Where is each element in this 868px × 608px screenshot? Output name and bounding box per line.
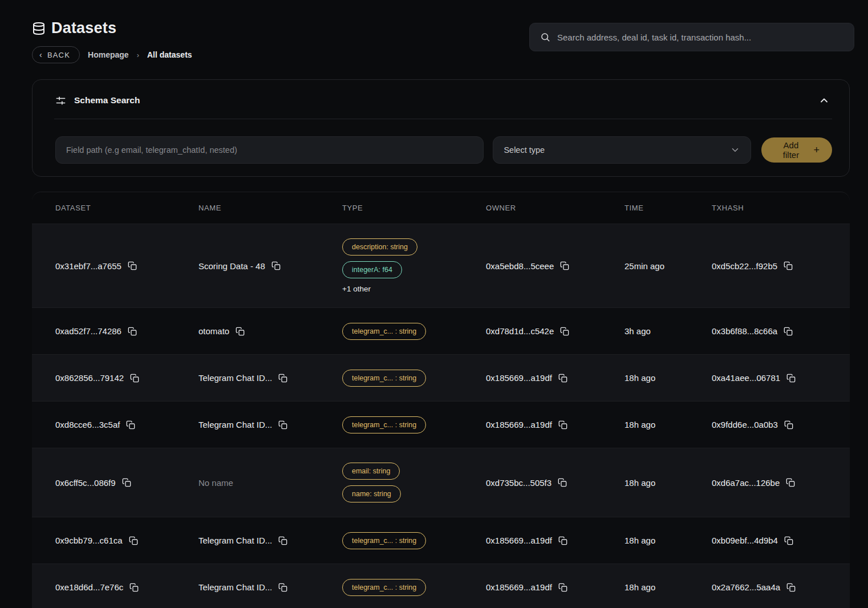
global-search-bar[interactable] (529, 23, 854, 51)
copy-dataset-button[interactable] (128, 582, 140, 593)
copy-owner-button[interactable] (557, 372, 569, 384)
type-badge: telegram_c... : string (342, 416, 426, 433)
copy-icon (126, 420, 135, 429)
column-header-type: TYPE (342, 204, 486, 212)
copy-icon (271, 261, 281, 270)
time-ago: 18h ago (624, 582, 655, 592)
chevron-left-icon: ‹ (39, 50, 43, 59)
copy-dataset-button[interactable] (128, 535, 139, 546)
owner-id: 0x185669...a19df (486, 373, 552, 383)
dataset-id: 0xad52f7...74286 (55, 326, 121, 336)
table-row[interactable]: 0x862856...79142 Telegram Chat ID... tel… (32, 354, 850, 401)
dataset-id: 0x6cff5c...086f9 (55, 478, 116, 488)
copy-icon (129, 536, 138, 545)
type-badge: name: string (342, 485, 401, 502)
breadcrumb-current: All datasets (147, 50, 192, 59)
chevron-up-icon (818, 95, 830, 106)
copy-owner-button[interactable] (559, 326, 570, 337)
top-bar: Datasets ‹ BACK Homepage › All datasets (0, 0, 868, 63)
add-filter-button[interactable]: Add filter + (761, 137, 832, 163)
copy-name-button[interactable] (277, 582, 289, 593)
txhash-id: 0xa41aee...06781 (712, 373, 780, 383)
table-header-row: DATASET NAME TYPE OWNER TIME TXHASH (32, 192, 850, 224)
type-badge: email: string (342, 463, 400, 480)
schema-search-title: Schema Search (74, 95, 140, 106)
dataset-id: 0x862856...79142 (55, 373, 124, 383)
copy-owner-button[interactable] (559, 260, 570, 271)
txhash-id: 0xb09ebf...4d9b4 (712, 536, 778, 545)
type-badge: telegram_c... : string (342, 579, 426, 596)
table-row[interactable]: 0x31ebf7...a7655 Scoring Data - 48 descr… (32, 224, 850, 307)
copy-owner-button[interactable] (557, 582, 569, 593)
breadcrumb-homepage[interactable]: Homepage (88, 50, 129, 59)
copy-txhash-button[interactable] (783, 535, 794, 546)
table-row[interactable]: 0xd8cce6...3c5af Telegram Chat ID... tel… (32, 401, 850, 448)
copy-icon (784, 536, 793, 545)
copy-dataset-button[interactable] (127, 326, 138, 337)
column-header-time: TIME (624, 204, 712, 212)
copy-name-button[interactable] (277, 419, 289, 431)
collapse-panel-button[interactable] (816, 92, 832, 108)
copy-icon (560, 327, 569, 336)
table-row[interactable]: 0x9cbb79...c61ca Telegram Chat ID... tel… (32, 517, 850, 564)
txhash-id: 0x2a7662...5aa4a (712, 582, 780, 592)
field-path-input[interactable] (55, 136, 484, 164)
type-badges: telegram_c... : string (342, 518, 426, 564)
database-icon (32, 22, 46, 35)
copy-owner-button[interactable] (557, 419, 569, 431)
more-types-label: +1 other (342, 285, 371, 293)
type-badges: telegram_c... : string (342, 402, 426, 448)
back-button[interactable]: ‹ BACK (32, 46, 80, 63)
copy-txhash-button[interactable] (782, 260, 794, 271)
schema-search-panel: Schema Search Select type Add filter + (32, 79, 850, 177)
copy-txhash-button[interactable] (785, 582, 797, 593)
copy-txhash-button[interactable] (785, 477, 796, 488)
dataset-id: 0xe18d6d...7e76c (55, 582, 123, 592)
copy-name-button[interactable] (270, 260, 282, 271)
copy-icon (560, 261, 569, 270)
dataset-id: 0xd8cce6...3c5af (55, 420, 120, 429)
time-ago: 18h ago (624, 478, 655, 488)
copy-txhash-button[interactable] (783, 419, 794, 431)
column-header-dataset: DATASET (55, 204, 198, 212)
global-search-input[interactable] (557, 33, 843, 42)
copy-txhash-button[interactable] (785, 372, 797, 384)
txhash-id: 0x3b6f88...8c66a (712, 326, 777, 336)
column-header-owner: OWNER (486, 204, 624, 212)
copy-icon (784, 261, 793, 270)
type-select[interactable]: Select type (493, 136, 751, 164)
copy-owner-button[interactable] (557, 535, 569, 546)
add-filter-label: Add filter (774, 140, 808, 160)
copy-dataset-button[interactable] (129, 372, 140, 384)
copy-name-button[interactable] (277, 535, 289, 546)
txhash-id: 0xd6a7ac...126be (712, 478, 780, 488)
copy-dataset-button[interactable] (121, 477, 132, 488)
time-ago: 3h ago (624, 326, 651, 336)
type-badge: telegram_c... : string (342, 532, 426, 549)
copy-icon (558, 583, 567, 592)
owner-id: 0xd78d1d...c542e (486, 326, 554, 336)
type-badges: email: stringname: string (342, 448, 401, 517)
table-row[interactable]: 0xad52f7...74286 otomato telegram_c... :… (32, 307, 850, 354)
copy-owner-button[interactable] (557, 477, 568, 488)
dataset-id: 0x31ebf7...a7655 (55, 261, 121, 271)
dataset-name: Telegram Chat ID... (198, 373, 272, 383)
table-row[interactable]: 0xe18d6d...7e76c Telegram Chat ID... tel… (32, 564, 850, 608)
type-badge: integerA: f64 (342, 261, 402, 278)
copy-icon (128, 261, 137, 270)
table-row[interactable]: 0x6cff5c...086f9 No name email: stringna… (32, 448, 850, 517)
copy-txhash-button[interactable] (782, 326, 794, 337)
copy-name-button[interactable] (277, 372, 289, 384)
copy-icon (128, 327, 137, 336)
copy-dataset-button[interactable] (125, 419, 136, 431)
copy-name-button[interactable] (234, 326, 246, 337)
copy-dataset-button[interactable] (127, 260, 138, 271)
owner-id: 0xa5ebd8...5ceee (486, 261, 554, 271)
copy-icon (558, 478, 567, 487)
search-icon (540, 32, 550, 42)
dataset-name: otomato (198, 326, 229, 336)
datasets-table: DATASET NAME TYPE OWNER TIME TXHASH 0x31… (32, 192, 850, 608)
column-header-txhash: TXHASH (712, 204, 850, 212)
type-badges: telegram_c... : string (342, 355, 426, 401)
page-title: Datasets (51, 19, 116, 37)
